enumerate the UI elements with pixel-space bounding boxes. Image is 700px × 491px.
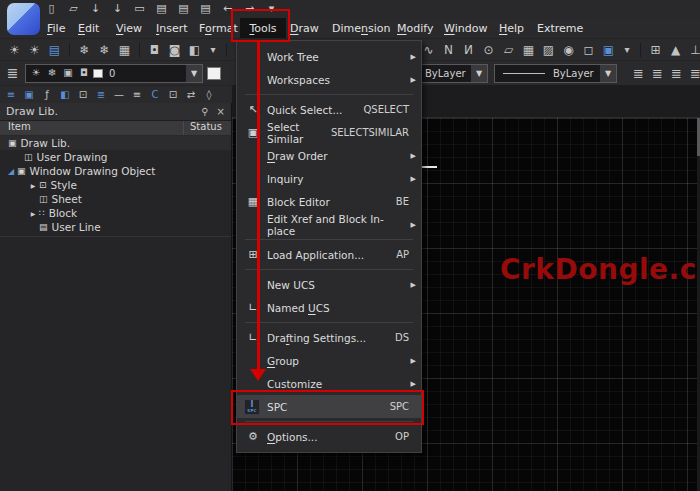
menu-item-new-ucs[interactable]: New UCS ▶ xyxy=(237,273,421,296)
drawn-line-object[interactable] xyxy=(420,166,437,168)
open-folder-icon[interactable]: ▱ xyxy=(66,1,81,16)
menu-insert[interactable]: Insert xyxy=(150,18,194,38)
menu-item-options[interactable]: ⚙ Options... OP xyxy=(237,425,421,448)
thaw-all-layers-icon[interactable]: ▦ xyxy=(116,42,133,58)
layer-freeze-icon[interactable]: ❄ xyxy=(76,42,93,58)
base-point-icon[interactable]: ⊥ xyxy=(687,42,700,58)
pin-icon[interactable]: ⚲ xyxy=(201,106,208,117)
layer-off-icon[interactable]: ☀ xyxy=(26,42,43,58)
spline-icon[interactable]: ∿ xyxy=(420,42,437,58)
select-icon[interactable]: ⊡ xyxy=(76,87,90,103)
menu-edit[interactable]: Edit xyxy=(72,18,105,38)
layers-stack-icon[interactable]: ≣ xyxy=(94,87,108,103)
layer-lock-icon[interactable]: ◘ xyxy=(146,42,163,58)
menu-item-work-tree[interactable]: Work Tree ▶ xyxy=(237,45,421,68)
menu-item-label: Options... xyxy=(267,431,318,443)
tree-item-user-drawing[interactable]: ◫ User Drawing xyxy=(0,150,231,164)
gradient-icon[interactable]: ▨ xyxy=(540,42,557,58)
menu-item-named-ucs[interactable]: ∟ Named UCS xyxy=(237,296,421,319)
print-icon[interactable]: ▤ xyxy=(154,1,169,16)
layer-thaw-icon[interactable]: ❄ xyxy=(96,42,113,58)
current-layer-name: 0 xyxy=(109,68,115,79)
region-icon[interactable]: ◉ xyxy=(560,42,577,58)
layer-properties-icon[interactable]: ≣ xyxy=(630,65,647,81)
offset-icon[interactable]: ≡ xyxy=(4,87,18,103)
menu-view[interactable]: View xyxy=(110,18,148,38)
menu-item-block-editor[interactable]: ▦ Block Editor BE xyxy=(237,190,421,213)
menu-help[interactable]: Help xyxy=(493,18,530,38)
color-dropdown[interactable]: ByLayer ▼ xyxy=(419,64,488,83)
polygon-icon[interactable]: ▱ xyxy=(500,42,517,58)
leader-icon[interactable]: ƒ xyxy=(40,87,54,103)
menu-file[interactable]: File xyxy=(41,18,71,38)
layer-lock-fade-icon[interactable]: ◧ xyxy=(186,42,203,58)
spline-fit-icon[interactable]: И xyxy=(460,42,477,58)
tree-item-sheet[interactable]: ◫ Sheet xyxy=(0,192,231,206)
layer-previous-icon[interactable]: ≣ xyxy=(668,65,685,81)
menu-item-drafting-settings[interactable]: ∟ Drafting Settings... DS xyxy=(237,326,421,349)
polyline-icon[interactable]: N xyxy=(440,42,457,58)
menu-draw[interactable]: Draw xyxy=(284,18,325,38)
panel-titlebar[interactable]: Draw Lib. ⚲ × xyxy=(0,103,231,121)
layer-dropdown-arrow[interactable]: ▼ xyxy=(186,65,202,82)
current-color-swatch[interactable] xyxy=(207,67,221,80)
menu-modify[interactable]: Modify xyxy=(391,18,439,38)
color-dropdown-arrow[interactable]: ▼ xyxy=(471,65,487,82)
linetype-dropdown-arrow[interactable]: ▼ xyxy=(600,65,616,82)
expander-expanded-icon[interactable]: ◢ xyxy=(6,167,16,176)
menu-item-draw-order[interactable]: Draw Order ▶ xyxy=(237,144,421,167)
layer-on-icon[interactable]: ☀ xyxy=(6,42,23,58)
arc-icon[interactable]: C xyxy=(148,87,162,103)
save-icon[interactable]: ↓ xyxy=(88,1,103,16)
column-status[interactable]: Status xyxy=(184,121,222,135)
plot-icon[interactable]: ▤ xyxy=(176,1,191,16)
save-as-icon[interactable]: ↓ xyxy=(110,1,125,16)
open-drawing-icon[interactable]: ▭ xyxy=(132,1,147,16)
close-icon[interactable]: × xyxy=(217,106,225,117)
menu-dimension[interactable]: Dimension xyxy=(326,18,397,38)
layer-dropdown[interactable]: ☀ ❄ ▣ ◘ 0 ▼ xyxy=(25,64,203,83)
menu-window[interactable]: Window xyxy=(438,18,493,38)
stretch-icon[interactable]: ⇄ xyxy=(184,87,198,103)
donut-icon[interactable]: ⊙ xyxy=(480,42,497,58)
fill-icon[interactable]: ◧ xyxy=(58,87,72,103)
tree-item-draw-lib[interactable]: ▣ Draw Lib. xyxy=(0,136,231,150)
menu-item-load-application[interactable]: ⊞ Load Application... AP xyxy=(237,243,421,266)
layer-translate-icon[interactable]: ≣ xyxy=(687,65,700,81)
menu-extreme[interactable]: Extreme xyxy=(531,18,589,38)
toolbar-overflow-icon[interactable]: ▾ xyxy=(620,42,634,58)
image-icon[interactable]: ▣ xyxy=(600,42,617,58)
divider xyxy=(0,236,231,237)
menu-item-inquiry[interactable]: Inquiry ▶ xyxy=(237,167,421,190)
toolbar-overflow-icon[interactable]: ▾ xyxy=(206,42,220,58)
layer-unlock-icon[interactable]: ◙ xyxy=(166,42,183,58)
tree-item-style[interactable]: ▶ ⊡ Style xyxy=(0,178,231,192)
mtext-icon[interactable]: ▣ xyxy=(22,87,36,103)
expander-collapsed-icon[interactable]: ▶ xyxy=(28,182,38,189)
mline-tool-icon[interactable]: ≡ xyxy=(130,87,144,103)
tree-item-user-line[interactable]: ▤ User Line xyxy=(0,220,231,234)
insert-block-icon[interactable]: ⊞ xyxy=(647,42,664,58)
line-tool-icon[interactable]: — xyxy=(112,87,126,103)
expander-collapsed-icon[interactable]: ▶ xyxy=(28,210,38,217)
tree-item-block[interactable]: ▶ ∷ Block xyxy=(0,206,231,220)
viewport-icon[interactable]: ⊡ xyxy=(166,87,180,103)
tree-label: Window Drawing Object xyxy=(30,165,156,177)
make-block-icon[interactable]: ▲ xyxy=(667,42,684,58)
column-item[interactable]: Item xyxy=(0,121,184,135)
layers-manager-icon[interactable]: ≣ xyxy=(4,65,21,81)
menu-item-edit-xref[interactable]: Edit Xref and Block In-place ▶ xyxy=(237,213,421,236)
measure-icon[interactable]: ◊ xyxy=(202,87,216,103)
toolbar-separator xyxy=(139,43,140,57)
wipeout-icon[interactable]: ◻ xyxy=(580,42,597,58)
tree-item-window-drawing-object[interactable]: ◢ ▣ Window Drawing Object xyxy=(0,164,231,178)
turn-all-layers-on-icon[interactable]: ▤ xyxy=(46,42,63,58)
menu-item-select-similar[interactable]: ▣ Select Similar SELECTSIMILAR xyxy=(237,121,421,144)
hatch-icon[interactable]: ▦ xyxy=(520,42,537,58)
menu-item-workspaces[interactable]: Workspaces ▶ xyxy=(237,68,421,91)
linetype-dropdown[interactable]: ByLayer ▼ xyxy=(494,64,617,83)
new-file-icon[interactable]: ▯ xyxy=(44,1,59,16)
menu-item-quick-select[interactable]: ↖ Quick Select... QSELECT xyxy=(237,98,421,121)
plot-preview-icon[interactable]: ▤ xyxy=(198,1,213,16)
layer-states-icon[interactable]: ≣ xyxy=(649,65,666,81)
